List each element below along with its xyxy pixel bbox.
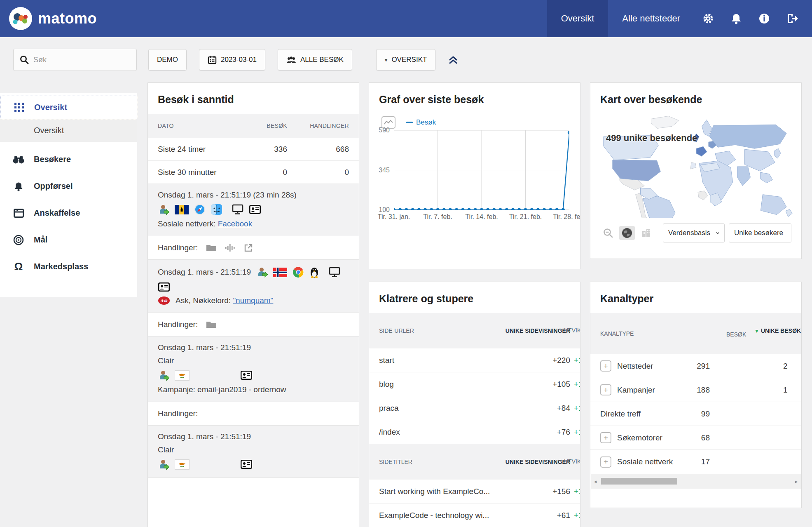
y-tick: 100 — [379, 206, 390, 214]
sidebar-item-mal[interactable]: Mål — [0, 228, 137, 252]
scrollbar-thumb[interactable] — [601, 478, 677, 485]
x-tick: Tir. 14. feb. — [465, 213, 498, 221]
marketplace-icon: Ω — [12, 260, 25, 273]
top-navbar: matomo Oversikt Alle nettsteder — [0, 0, 812, 37]
widget-title: Graf over siste besøk — [369, 83, 580, 114]
sidebar-item-besokere[interactable]: Besøkere — [0, 148, 137, 171]
visitor-name: Clair — [158, 445, 174, 454]
sidebar-item-oppforsel[interactable]: Oppførsel — [0, 174, 137, 198]
table-row: + Søkemotorer 68 — [590, 426, 801, 450]
y-tick: 345 — [379, 167, 390, 174]
logout-icon[interactable] — [778, 0, 806, 37]
vcard-icon[interactable] — [240, 459, 253, 469]
x-tick: Tir. 31. jan. — [378, 213, 410, 221]
gear-icon[interactable] — [694, 0, 722, 37]
segment-selector-button[interactable]: ALLE BESØK — [278, 49, 352, 71]
brand: matomo — [0, 0, 97, 37]
legend-besok[interactable]: Besøk — [406, 118, 436, 127]
collapse-icon[interactable] — [448, 54, 459, 65]
sidebar-item-oversikt[interactable]: Oversikt — [0, 96, 137, 119]
folder-icon[interactable] — [206, 244, 217, 252]
sidebar-subitem-oversikt[interactable]: Oversikt — [0, 119, 137, 142]
folder-icon[interactable] — [206, 320, 217, 329]
table-row[interactable]: /index +76 +1 — [369, 420, 580, 444]
keyword-link[interactable]: "numquam" — [233, 296, 273, 305]
svg-text:Ask: Ask — [160, 298, 168, 303]
pulse-icon[interactable] — [225, 244, 236, 252]
visitor-entry: Onsdag 1. mars - 21:51:19 Clair — [148, 336, 359, 402]
widget-besok-i-sanntid: Besøk i sanntid DATO BESØK HANDLINGER Si… — [147, 82, 359, 527]
expand-plus-icon[interactable]: + — [600, 360, 611, 372]
dashboard-selector-button[interactable]: ▾ OVERSIKT — [376, 49, 436, 71]
visitor-entry: Onsdag 1. mars - 21:51:19 Clair — [148, 426, 359, 478]
flag-norway-icon — [273, 268, 287, 277]
widget-title: Klatrere og stupere — [369, 282, 580, 313]
flag-cyprus-icon — [175, 370, 190, 381]
segment-icon — [286, 56, 296, 64]
vcard-icon[interactable] — [240, 370, 253, 380]
expand-plus-icon[interactable]: + — [600, 456, 611, 468]
target-icon — [12, 235, 25, 245]
y-tick: 590 — [379, 127, 390, 134]
map-region-dropdown[interactable]: Verdensbasis — [663, 224, 725, 242]
browser-chrome-icon — [293, 266, 304, 278]
table-row[interactable]: start +220 +1 — [369, 348, 580, 372]
scroll-left-icon[interactable]: ◂ — [591, 478, 600, 485]
caret-down-icon: ▾ — [385, 57, 388, 63]
widget-title: Kanaltyper — [590, 282, 801, 313]
x-tick: Tir. 28. feb. — [553, 213, 580, 221]
expand-plus-icon[interactable]: + — [600, 384, 611, 395]
table-row[interactable]: praca +84 +1 — [369, 396, 580, 420]
horizontal-scrollbar[interactable]: ◂ ▸ — [591, 474, 801, 489]
legend-line-swatch — [406, 122, 413, 123]
external-link-icon[interactable] — [244, 243, 253, 252]
referrer-label: Sosiale nettverk: Facebook — [158, 219, 252, 228]
table-header: SIDETITLER UNIKE SIDEVISNINGER UTVIKLING — [369, 444, 580, 480]
sidebar-item-markedsplass[interactable]: Ω Markedsplass — [0, 255, 137, 278]
vcard-icon[interactable] — [158, 282, 170, 292]
nav-tab-oversikt[interactable]: Oversikt — [547, 0, 608, 37]
zoom-out-icon[interactable] — [600, 226, 616, 240]
monitor-icon — [329, 267, 340, 278]
visitor-entry: Onsdag 1. mars - 21:51:19 (23 min 28s) — [148, 184, 359, 236]
browser-safari-icon — [194, 204, 206, 215]
visits-line-chart[interactable]: 590 345 100 — [394, 130, 569, 210]
search-input[interactable] — [33, 56, 131, 64]
sort-desc-icon[interactable]: ▼ — [754, 328, 759, 334]
globe-icon[interactable] — [619, 226, 635, 240]
table-row: Siste 30 minutter 0 0 — [148, 161, 359, 184]
sidebar-item-anskaffelse[interactable]: Anskaffelse — [0, 201, 137, 225]
calendar-icon — [208, 55, 217, 64]
table-row: + Sosiale nettverk 17 — [590, 450, 801, 474]
monitor-icon — [232, 204, 243, 215]
bell-icon — [12, 181, 25, 191]
map-metric-dropdown[interactable]: Unike besøkere — [729, 224, 791, 242]
nav-tab-alle-nettsteder[interactable]: Alle nettsteder — [608, 0, 694, 37]
site-selector-button[interactable]: DEMO — [148, 49, 187, 71]
widget-title: Kart over besøkende — [590, 83, 801, 114]
world-map[interactable]: 499 unike besøkende — [594, 114, 797, 218]
widget-kanaltyper: Kanaltyper KANALTYPE BESØK ▼UNIKE BESØKE… — [590, 282, 802, 508]
table-row[interactable]: ExampleCode - technology wi... +61 +1 — [369, 503, 580, 527]
search-icon — [19, 55, 29, 65]
expand-plus-icon[interactable]: + — [600, 432, 611, 443]
widget-klatrere-og-stupere: Klatrere og stupere SIDE-URLER UNIKE SID… — [369, 282, 580, 527]
table-row: + Kampanjer 188 1 — [590, 378, 801, 402]
scroll-right-icon[interactable]: ▸ — [792, 478, 801, 485]
visitor-icon — [158, 204, 169, 215]
flag-barbados-icon — [175, 205, 189, 214]
date-range-button[interactable]: 2023-03-01 — [199, 49, 265, 71]
bell-icon[interactable] — [722, 0, 750, 37]
search-box[interactable] — [13, 49, 137, 71]
os-linux-icon — [309, 266, 319, 278]
x-tick: Tir. 7. feb. — [423, 213, 452, 221]
flag-cyprus-icon — [175, 459, 190, 470]
info-icon[interactable] — [750, 0, 778, 37]
table-row[interactable]: Start working with ExampleCo... +156 +1 — [369, 480, 580, 503]
referrer-link[interactable]: Facebook — [218, 219, 252, 228]
x-tick: Tir. 21. feb. — [509, 213, 542, 221]
vcard-icon[interactable] — [249, 205, 261, 214]
table-row: Siste 24 timer 336 668 — [148, 138, 359, 161]
table-row[interactable]: blog +105 +1 — [369, 372, 580, 396]
city-icon[interactable] — [638, 226, 654, 240]
